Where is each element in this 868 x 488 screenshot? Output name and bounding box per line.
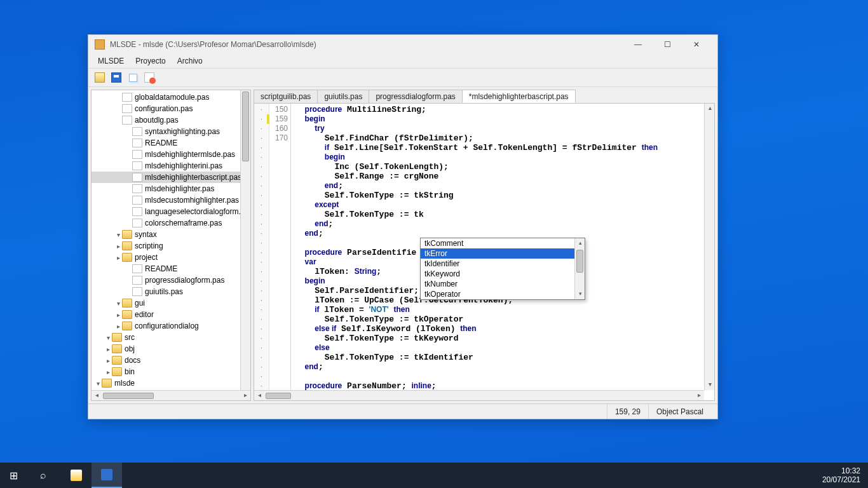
scroll-right-button[interactable]: ▸ <box>240 391 250 401</box>
tree-item[interactable]: ▾src <box>92 332 250 343</box>
editor-tab[interactable]: *mlsdehighlighterbascript.pas <box>462 90 576 103</box>
tree-item[interactable]: ▸bin <box>92 366 250 377</box>
tree-item[interactable]: README <box>92 137 250 149</box>
tree-item[interactable]: colorschemaframe.pas <box>92 217 250 229</box>
maximize-button[interactable]: ☐ <box>653 35 682 54</box>
tree-item[interactable]: guiutils.pas <box>92 286 250 297</box>
titlebar[interactable]: MLSDE - mlsde (C:\Users\Profesor Momar\D… <box>88 35 717 54</box>
completion-item[interactable]: tkKeyword <box>421 269 585 279</box>
tree-item-label: aboutdlg.pas <box>135 116 179 125</box>
tree-item[interactable]: mlsdehighlighter.pas <box>92 183 250 194</box>
tree-item[interactable]: mlsdecustomhighlighter.pas <box>92 194 250 206</box>
scroll-up-button[interactable]: ▴ <box>575 238 585 248</box>
file-explorer-button[interactable] <box>61 463 92 488</box>
scrollbar-thumb[interactable] <box>576 250 583 273</box>
tree-horizontal-scrollbar[interactable]: ◂ ▸ <box>92 390 250 400</box>
scrollbar-thumb[interactable] <box>242 92 249 161</box>
scrollbar-thumb[interactable] <box>266 393 291 399</box>
folder-icon <box>112 344 122 353</box>
tree-item[interactable]: aboutdlg.pas <box>92 114 250 126</box>
tree-item-label: mlsde <box>114 379 135 388</box>
start-button[interactable] <box>0 463 31 488</box>
editor-horizontal-scrollbar[interactable]: ◂ ▸ <box>254 390 704 400</box>
tree-item[interactable]: ▸editor <box>92 309 250 320</box>
scroll-right-button[interactable]: ▸ <box>694 391 704 401</box>
toolbar-copy-button[interactable] <box>125 70 140 85</box>
minimize-button[interactable]: — <box>623 35 653 54</box>
editor-vertical-scrollbar[interactable]: ▴ ▾ <box>704 104 714 390</box>
project-tree[interactable]: globaldatamodule.pasconfiguration.pasabo… <box>92 90 250 390</box>
editor-tab[interactable]: progressdialogform.pas <box>369 90 462 103</box>
completion-item[interactable]: tkComment <box>421 238 585 248</box>
search-button[interactable] <box>31 463 61 488</box>
open-icon <box>95 72 105 83</box>
fold-column[interactable]: ······························ <box>254 104 269 400</box>
folder-icon <box>122 322 132 330</box>
tree-item-label: configurationdialog <box>135 322 199 330</box>
tree-vertical-scrollbar[interactable] <box>240 90 250 390</box>
editor-tab[interactable]: guiutils.pas <box>317 90 369 103</box>
ide-window: MLSDE - mlsde (C:\Users\Profesor Momar\D… <box>88 34 718 419</box>
expand-caret-icon[interactable]: ▸ <box>114 311 122 318</box>
file-icon <box>132 161 142 170</box>
menu-mlsde[interactable]: MLSDE <box>92 55 130 67</box>
scroll-left-button[interactable]: ◂ <box>92 391 102 401</box>
tree-item[interactable]: mlsdehighlighterbascript.pas <box>92 172 250 183</box>
expand-caret-icon[interactable]: ▾ <box>94 380 102 387</box>
tree-item[interactable]: globaldatamodule.pas <box>92 92 250 103</box>
completion-scrollbar[interactable]: ▴ ▾ <box>574 238 585 299</box>
expand-caret-icon[interactable]: ▸ <box>114 243 122 250</box>
tree-item[interactable]: ▾syntax <box>92 229 250 240</box>
tree-item[interactable]: README <box>92 263 250 274</box>
file-icon <box>122 93 132 102</box>
completion-item[interactable]: tkIdentifier <box>421 259 585 269</box>
folder-icon <box>122 299 132 308</box>
toolbar-open-button[interactable] <box>92 70 107 85</box>
menu-proyecto[interactable]: Proyecto <box>130 55 171 67</box>
folder-icon <box>122 253 132 262</box>
scroll-down-button[interactable]: ▾ <box>705 380 715 390</box>
scroll-down-button[interactable]: ▾ <box>575 289 585 299</box>
tree-item[interactable]: mlsdehighlightermlsde.pas <box>92 149 250 160</box>
delete-icon <box>144 72 154 83</box>
completion-item[interactable]: tkNumber <box>421 279 585 289</box>
toolbar-save-button[interactable] <box>109 70 124 85</box>
tree-item[interactable]: mlsdehighlighterini.pas <box>92 160 250 172</box>
app-taskbar-button[interactable] <box>92 463 122 488</box>
close-button[interactable]: ✕ <box>682 35 711 54</box>
tree-item[interactable]: ▾mlsde <box>92 377 250 389</box>
scroll-up-button[interactable]: ▴ <box>705 104 715 114</box>
expand-caret-icon[interactable]: ▸ <box>104 369 112 376</box>
toolbar-delete-button[interactable] <box>142 70 157 85</box>
tree-item[interactable]: ▾gui <box>92 297 250 309</box>
tree-item[interactable]: languageselectordialogform.p <box>92 206 250 217</box>
tree-item[interactable]: progressdialogform.pas <box>92 274 250 286</box>
tree-item[interactable]: ▸obj <box>92 343 250 355</box>
tree-item[interactable]: ▸scripting <box>92 240 250 252</box>
scroll-left-button[interactable]: ◂ <box>254 391 264 401</box>
expand-caret-icon[interactable]: ▸ <box>114 254 122 261</box>
save-icon <box>111 72 121 83</box>
expand-caret-icon[interactable]: ▸ <box>104 357 112 364</box>
line-number-gutter[interactable]: 150159160170 <box>269 104 291 400</box>
tree-item[interactable]: ▸docs <box>92 355 250 366</box>
expand-caret-icon[interactable]: ▾ <box>114 300 122 307</box>
menu-archivo[interactable]: Archivo <box>172 55 208 67</box>
taskbar-clock[interactable]: 10:32 20/07/2021 <box>815 466 868 484</box>
tree-item[interactable]: syntaxhighlighting.pas <box>92 126 250 137</box>
expand-caret-icon[interactable]: ▾ <box>104 334 112 341</box>
expand-caret-icon[interactable]: ▸ <box>114 323 122 330</box>
expand-caret-icon[interactable]: ▾ <box>114 231 122 238</box>
code-completion-popup[interactable]: tkCommenttkErrortkIdentifiertkKeywordtkN… <box>420 238 585 300</box>
completion-item[interactable]: tkError <box>421 248 585 259</box>
tree-item[interactable]: ▸configurationdialog <box>92 320 250 332</box>
completion-item[interactable]: tkOperator <box>421 289 585 299</box>
editor-tab[interactable]: scriptguilib.pas <box>254 90 318 103</box>
expand-caret-icon[interactable]: ▸ <box>104 346 112 353</box>
taskbar[interactable]: 10:32 20/07/2021 <box>0 463 868 488</box>
tree-item[interactable]: ▸project <box>92 252 250 263</box>
folder-icon <box>112 367 122 376</box>
scrollbar-thumb[interactable] <box>103 393 154 399</box>
tree-item-label: mlsdehighlighterbascript.pas <box>145 173 241 182</box>
tree-item[interactable]: configuration.pas <box>92 103 250 114</box>
